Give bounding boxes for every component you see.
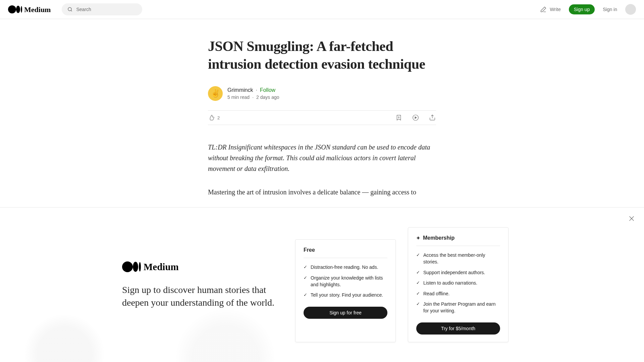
article-title: JSON Smuggling: A far-fetched intrusion …: [208, 38, 436, 73]
plan-feature: Access the best member-only stories.: [416, 252, 500, 265]
actions-bar: 2: [208, 110, 436, 125]
bookmark-button[interactable]: [395, 114, 402, 121]
signup-banner: Medium Sign up to discover human stories…: [0, 207, 644, 362]
try-membership-button[interactable]: Try for $5/month: [416, 322, 500, 335]
svg-point-1: [16, 6, 20, 13]
plan-feature: Join the Partner Program and earn for yo…: [416, 301, 500, 314]
membership-plan-features: Access the best member-only stories. Sup…: [416, 252, 500, 314]
share-icon: [429, 114, 436, 121]
read-time: 5 min read: [227, 95, 250, 100]
svg-point-10: [133, 262, 138, 272]
comment-button[interactable]: [229, 114, 236, 121]
svg-line-5: [71, 10, 72, 11]
paragraph: Mastering the art of intrusion involves …: [208, 187, 436, 197]
svg-point-0: [8, 5, 16, 13]
clap-icon: [208, 114, 215, 121]
search-icon: [67, 6, 73, 13]
search-input[interactable]: [76, 7, 137, 12]
membership-plan-card: ✦ Membership Access the best member-only…: [408, 227, 508, 342]
header: Medium Write Sign up Sign in: [0, 0, 644, 19]
close-banner-button[interactable]: [628, 215, 635, 222]
svg-point-4: [68, 7, 71, 11]
signup-button[interactable]: Sign up: [569, 4, 595, 14]
signup-free-button[interactable]: Sign up for free: [304, 307, 387, 319]
article: JSON Smuggling: A far-fetched intrusion …: [208, 19, 436, 197]
share-button[interactable]: [429, 114, 436, 121]
banner-medium-logo: Medium: [122, 261, 283, 273]
banner-tagline: Sign up to discover human stories that d…: [122, 284, 283, 309]
tldr-paragraph: TL:DR Insignificant whitespaces in the J…: [208, 142, 436, 174]
write-icon: [540, 6, 547, 13]
plan-feature: Listen to audio narrations.: [416, 280, 500, 287]
article-body: TL:DR Insignificant whitespaces in the J…: [208, 142, 436, 197]
plan-feature: Support independent authors.: [416, 269, 500, 276]
free-plan-title: Free: [304, 247, 387, 258]
clap-count: 2: [217, 115, 220, 120]
search-box[interactable]: [62, 3, 142, 15]
star-icon: ✦: [416, 235, 420, 241]
comment-icon: [229, 114, 236, 121]
membership-plan-title: ✦ Membership: [416, 235, 500, 246]
play-icon: [412, 114, 419, 121]
author-name[interactable]: Grimminck: [227, 87, 253, 93]
write-label: Write: [550, 7, 560, 12]
svg-point-9: [122, 261, 133, 272]
free-plan-card: Free Distraction-free reading. No ads. O…: [295, 239, 396, 342]
listen-button[interactable]: [412, 114, 419, 121]
author-avatar[interactable]: ✌: [208, 86, 223, 101]
bookmark-icon: [395, 114, 402, 121]
follow-link[interactable]: Follow: [260, 87, 275, 93]
plan-feature: Read offline.: [416, 291, 500, 297]
medium-logo[interactable]: Medium: [8, 5, 55, 14]
write-button[interactable]: Write: [540, 6, 560, 13]
avatar[interactable]: [625, 4, 636, 15]
svg-point-2: [21, 6, 22, 13]
svg-text:Medium: Medium: [24, 5, 51, 14]
signin-link[interactable]: Sign in: [603, 7, 617, 12]
svg-text:Medium: Medium: [144, 261, 179, 272]
clap-button[interactable]: 2: [208, 114, 220, 121]
plan-feature: Distraction-free reading. No ads.: [304, 264, 387, 271]
svg-point-11: [139, 262, 141, 272]
author-row: ✌ Grimminck · Follow 5 min read · 2 days…: [208, 86, 436, 101]
close-icon: [628, 215, 635, 222]
publish-date: 2 days ago: [256, 95, 279, 100]
plan-feature: Tell your story. Find your audience.: [304, 292, 387, 299]
free-plan-features: Distraction-free reading. No ads. Organi…: [304, 264, 387, 298]
plan-feature: Organize your knowledge with lists and h…: [304, 275, 387, 288]
